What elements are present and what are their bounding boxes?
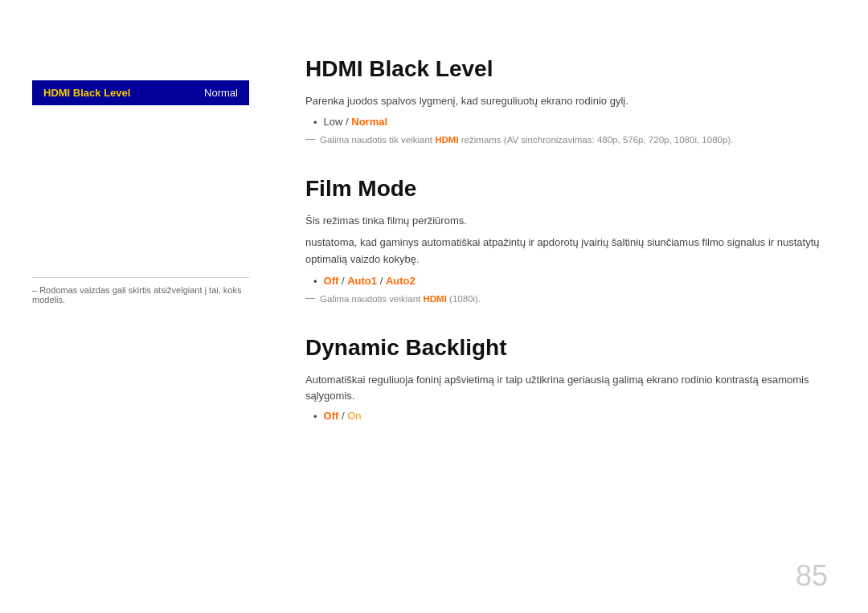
menu-item-value: Normal [204, 87, 238, 99]
menu-item-label: HDMI Black Level [43, 87, 130, 99]
bullet-dot: • [313, 116, 317, 129]
hdmi-note-text: Galima naudotis tik veikiant HDMI režima… [320, 133, 733, 147]
film-description1: Šis režimas tinka filmų peržiūroms. [305, 213, 828, 229]
dynamic-bullet: • Off / On [313, 410, 828, 423]
sidebar-divider [32, 277, 249, 278]
hdmi-note-line: — Galima naudotis tik veikiant HDMI reži… [305, 133, 828, 147]
section-title-dynamic: Dynamic Backlight [305, 335, 828, 361]
hdmi-low-text: Low / [324, 116, 352, 128]
film-hdmi-bold: HDMI [423, 294, 446, 304]
film-auto2-highlight: Auto2 [386, 275, 416, 287]
section-dynamic-backlight: Dynamic Backlight Automatiškai reguliuoj… [305, 335, 828, 423]
page-container: HDMI Black Level Normal – Rodomas vaizda… [0, 0, 868, 613]
dynamic-on-highlight: On [347, 410, 361, 422]
dynamic-description: Automatiškai reguliuoja foninį apšvietim… [305, 372, 828, 403]
film-bullet-text: Off / Auto1 / Auto2 [324, 275, 416, 287]
section-hdmi-black-level: HDMI Black Level Parenka juodos spalvos … [305, 56, 828, 147]
section-film-mode: Film Mode Šis režimas tinka filmų peržiū… [305, 176, 828, 306]
note-dash-film: — [305, 292, 315, 304]
film-note-text: Galima naudotis veikiant HDMI (1080i). [320, 292, 481, 306]
bullet-dot-dynamic: • [313, 411, 317, 423]
hdmi-bullet-text: Low / Normal [324, 116, 387, 128]
hdmi-description: Parenka juodos spalvos lygmenį, kad sure… [305, 93, 828, 109]
sidebar-note: – Rodomas vaizdas gali skirtis atsižvelg… [32, 285, 249, 304]
dynamic-bullet-text: Off / On [324, 410, 362, 422]
film-slash1: / [338, 275, 347, 287]
sidebar: HDMI Black Level Normal [32, 80, 265, 105]
hdmi-bold-label: HDMI [435, 135, 458, 145]
active-menu-item[interactable]: HDMI Black Level Normal [32, 80, 249, 105]
film-auto1-highlight: Auto1 [347, 275, 377, 287]
bullet-dot-film: • [313, 276, 317, 288]
note-dash: — [305, 133, 315, 145]
film-bullet: • Off / Auto1 / Auto2 [313, 275, 828, 288]
film-off-highlight: Off [324, 275, 339, 287]
hdmi-normal-highlight: Normal [351, 116, 387, 128]
section-title-hdmi: HDMI Black Level [305, 56, 828, 82]
film-note-line: — Galima naudotis veikiant HDMI (1080i). [305, 292, 828, 306]
dynamic-off-highlight: Off [324, 410, 339, 422]
hdmi-bullet: • Low / Normal [313, 116, 828, 129]
section-title-film: Film Mode [305, 176, 828, 202]
dynamic-slash: / [338, 410, 347, 422]
main-content: HDMI Black Level Parenka juodos spalvos … [305, 56, 828, 452]
page-number: 85 [796, 559, 828, 593]
film-description2: nustatoma, kad gaminys automatiškai atpa… [305, 235, 828, 268]
film-slash2: / [377, 275, 386, 287]
